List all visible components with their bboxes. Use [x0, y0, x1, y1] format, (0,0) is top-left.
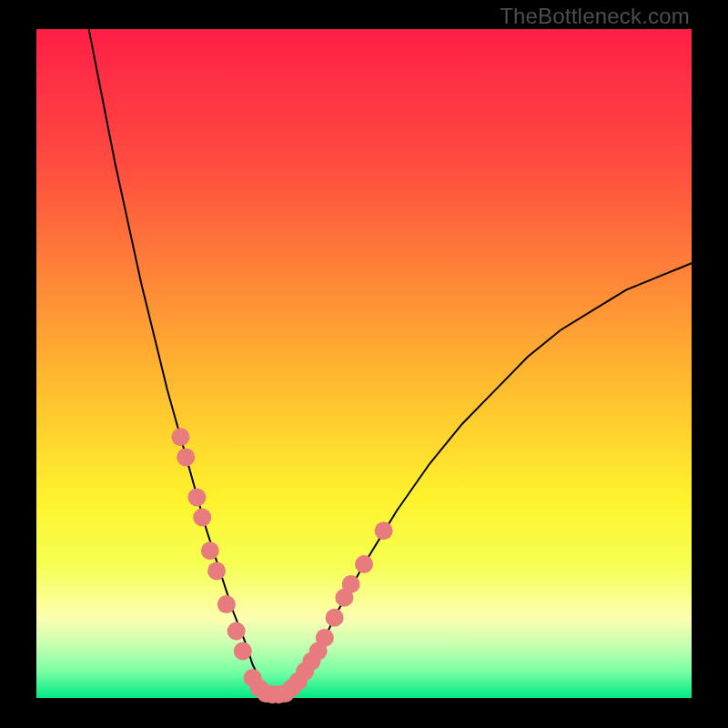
data-bead: [326, 609, 344, 627]
data-bead: [375, 521, 393, 540]
data-bead: [228, 622, 246, 641]
data-bead: [217, 595, 236, 613]
data-bead: [234, 642, 252, 661]
bottleneck-curve: [89, 29, 692, 698]
curve-layer: [36, 29, 692, 698]
data-bead: [316, 629, 334, 647]
data-bead: [342, 575, 360, 593]
watermark-text: TheBottleneck.com: [500, 4, 690, 29]
plot-area: [36, 29, 692, 698]
chart-frame: TheBottleneck.com: [0, 0, 728, 728]
data-bead: [201, 541, 219, 560]
data-bead: [187, 489, 206, 507]
data-bead: [193, 509, 211, 527]
data-bead: [171, 428, 189, 446]
data-bead: [177, 448, 195, 466]
data-bead: [207, 561, 226, 580]
data-bead: [355, 555, 373, 573]
